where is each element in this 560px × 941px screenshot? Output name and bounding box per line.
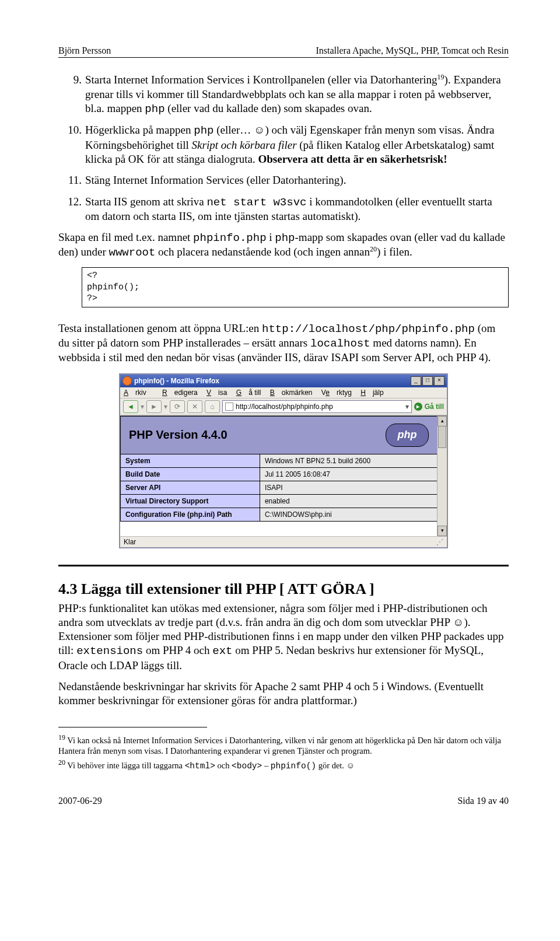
browser-window: phpinfo() - Mozilla Firefox _ □ × Arkiv … — [119, 373, 448, 548]
list-item-11: 11. Stäng Internet Information Services … — [58, 173, 509, 187]
section-divider — [58, 565, 509, 566]
window-buttons: _ □ × — [411, 376, 444, 386]
scrollbar[interactable]: ▴ ▾ — [437, 416, 447, 536]
footer-date: 2007-06-29 — [58, 796, 102, 806]
page-content: ▴ ▾ PHP Version 4.4.0 php SystemWindows … — [120, 415, 447, 536]
page-header: Björn Persson Installera Apache, MySQL, … — [58, 46, 509, 58]
stop-button[interactable]: ✕ — [187, 400, 202, 413]
item-text: Stäng Internet Information Services (ell… — [85, 173, 509, 187]
menu-hjalp[interactable]: Hjälp — [360, 389, 383, 397]
reload-button[interactable]: ⟳ — [170, 400, 185, 413]
header-right: Installera Apache, MySQL, PHP, Tomcat oc… — [316, 46, 509, 56]
item-text: Starta IIS genom att skriva net start w3… — [85, 195, 509, 224]
go-button[interactable]: ▸ Gå till — [414, 403, 444, 411]
status-text: Klar — [124, 538, 136, 546]
item-text: Starta Internet Information Services i K… — [85, 73, 509, 116]
scroll-thumb[interactable] — [438, 426, 446, 448]
page-footer: 2007-06-29 Sida 19 av 40 — [58, 796, 509, 806]
forward-button[interactable]: ► — [146, 400, 162, 413]
item-number: 10. — [58, 123, 85, 166]
maximize-button[interactable]: □ — [422, 376, 433, 386]
table-row: Virtual Directory Supportenabled — [121, 494, 438, 508]
menu-bokmarken[interactable]: Bokmärken — [270, 389, 313, 397]
footer-page: Sida 19 av 40 — [457, 796, 509, 806]
heading-4-3: 4.3 Lägga till extensioner till PHP [ AT… — [58, 580, 509, 598]
url-text: http://localhost/php/phpinfo.php — [236, 403, 333, 411]
nav-toolbar: ◄ ▾ ► ▾ ⟳ ✕ ⌂ http://localhost/php/phpin… — [120, 398, 447, 415]
scroll-up-button[interactable]: ▴ — [438, 416, 447, 426]
phpinfo-header: PHP Version 4.4.0 php — [120, 416, 438, 454]
paragraph-3: PHP:s funktionalitet kan utökas med exte… — [58, 601, 509, 673]
footnote-rule — [58, 727, 207, 731]
back-button[interactable]: ◄ — [123, 400, 138, 413]
phpinfo-table: SystemWindows NT BPN2 5.1 build 2600 Bui… — [120, 454, 438, 522]
title-bar: phpinfo() - Mozilla Firefox _ □ × — [120, 375, 447, 387]
home-button[interactable]: ⌂ — [205, 400, 220, 413]
dropdown-icon[interactable]: ▾ — [405, 403, 409, 411]
item-number: 12. — [58, 195, 85, 224]
header-left: Björn Persson — [58, 46, 111, 56]
minimize-button[interactable]: _ — [411, 376, 421, 386]
table-row: SystemWindows NT BPN2 5.1 build 2600 — [121, 454, 438, 467]
status-bar: Klar ⋰ — [120, 536, 447, 547]
code-block: <? phpinfo(); ?> — [82, 267, 509, 307]
menu-bar: Arkiv Redigera Visa Gå till Bokmärken Ve… — [120, 387, 447, 398]
url-bar[interactable]: http://localhost/php/phpinfo.php ▾ — [222, 400, 412, 413]
list-item-10: 10. Högerklicka på mappen php (eller… ☺)… — [58, 123, 509, 166]
item-number: 9. — [58, 73, 85, 116]
footnote-19: 19 Vi kan också nå Internet Information … — [58, 733, 509, 756]
paragraph-4: Nedanstående beskrivningar har skrivits … — [58, 680, 509, 708]
resize-grip-icon[interactable]: ⋰ — [436, 538, 443, 546]
list-item-12: 12. Starta IIS genom att skriva net star… — [58, 195, 509, 224]
php-logo: php — [386, 424, 429, 447]
window-title: phpinfo() - Mozilla Firefox — [134, 377, 219, 385]
menu-gatill[interactable]: Gå till — [236, 389, 261, 397]
table-row: Build DateJul 11 2005 16:08:47 — [121, 467, 438, 481]
paragraph-1: Skapa en fil med t.ex. namnet phpinfo.ph… — [58, 230, 509, 260]
menu-redigera[interactable]: Redigera — [162, 389, 198, 397]
item-text: Högerklicka på mappen php (eller… ☺) och… — [85, 123, 509, 166]
footnote-20: 20 Vi behöver inte lägga till taggarna <… — [58, 758, 509, 771]
dropdown-icon[interactable]: ▾ — [164, 403, 167, 411]
item-number: 11. — [58, 173, 85, 187]
close-button[interactable]: × — [434, 376, 444, 386]
dropdown-icon[interactable]: ▾ — [141, 403, 144, 411]
menu-arkiv[interactable]: Arkiv — [124, 389, 153, 397]
page-icon — [225, 403, 233, 411]
go-icon: ▸ — [414, 403, 422, 411]
menu-verktyg[interactable]: Verktyg — [321, 389, 352, 397]
table-row: Configuration File (php.ini) PathC:\WIND… — [121, 508, 438, 521]
firefox-icon — [123, 376, 132, 386]
table-row: Server APIISAPI — [121, 481, 438, 494]
php-version: PHP Version 4.4.0 — [129, 428, 228, 442]
list-item-9: 9. Starta Internet Information Services … — [58, 73, 509, 116]
scroll-down-button[interactable]: ▾ — [438, 526, 447, 536]
menu-visa[interactable]: Visa — [206, 389, 227, 397]
paragraph-2: Testa installationen genom att öppna URL… — [58, 321, 509, 365]
